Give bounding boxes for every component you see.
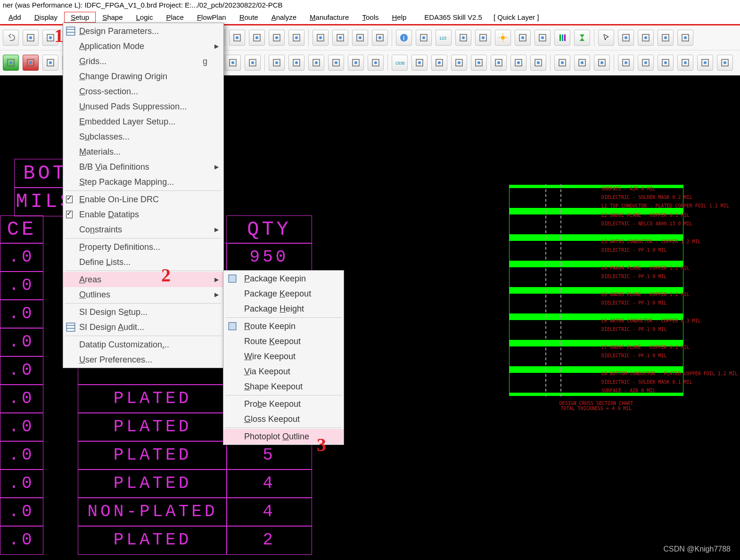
book-icon[interactable] — [658, 55, 674, 71]
module-icon[interactable] — [42, 55, 58, 71]
wave-icon[interactable] — [618, 55, 634, 71]
sun2-icon[interactable] — [515, 30, 531, 46]
menu-manufacture[interactable]: Manufacture — [303, 12, 355, 23]
menu-item-b-b-via-definitions[interactable]: B/B Via Definitions▶ — [63, 159, 223, 174]
menu-item-define-lists-[interactable]: Define Lists... — [63, 255, 223, 270]
toolbar-icon[interactable] — [618, 30, 634, 46]
menu-item-user-preferences-[interactable]: User Preferences... — [63, 352, 223, 367]
align-top-icon[interactable] — [269, 55, 285, 71]
submenu-item-gloss-keepout[interactable]: Gloss Keepout — [223, 412, 344, 427]
submenu-item-shape-keepout[interactable]: Shape Keepout — [223, 379, 344, 394]
menu-item-cross-section-[interactable]: Cross-section... — [63, 84, 223, 99]
menu-item-enable-datatips[interactable]: Enable Datatips — [63, 207, 223, 222]
artwork-icon[interactable] — [411, 55, 428, 71]
rat-icon[interactable] — [534, 30, 551, 46]
color-icon[interactable] — [269, 30, 285, 46]
menu-item-constraints[interactable]: Constraints▶ — [63, 222, 223, 237]
menu-item-step-package-mapping-[interactable]: Step Package Mapping... — [63, 174, 223, 189]
menu-item-application-mode[interactable]: Application Mode▶ — [63, 39, 223, 54]
toolbar-icon[interactable] — [658, 30, 674, 46]
submenu-item-probe-keepout[interactable]: Probe Keepout — [223, 396, 344, 412]
gerber-icon[interactable] — [451, 55, 467, 71]
compare-icon[interactable] — [530, 55, 546, 71]
drill-icon[interactable] — [431, 55, 447, 71]
options-icon[interactable] — [491, 55, 507, 71]
menu-item-subclasses-[interactable]: Subclasses... — [63, 129, 223, 144]
placed-icon[interactable] — [3, 55, 19, 71]
info-icon[interactable]: i — [396, 30, 412, 46]
wrench-icon[interactable] — [717, 55, 733, 71]
bars-icon[interactable] — [554, 30, 570, 46]
menu-route[interactable]: Route — [233, 12, 265, 23]
toolbar-icon[interactable] — [638, 30, 654, 46]
menu-extra-skill[interactable]: EDA365 Skill V2.5 — [424, 13, 482, 21]
sun3-icon[interactable] — [554, 55, 570, 71]
cline-icon[interactable] — [225, 55, 241, 71]
menu-help[interactable]: Help — [385, 12, 413, 23]
dfa-icon[interactable] — [352, 30, 368, 46]
menu-item-materials-[interactable]: Materials... — [63, 144, 223, 159]
layers-icon[interactable] — [249, 30, 265, 46]
menu-analyze[interactable]: Analyze — [265, 12, 303, 23]
align-bot-icon[interactable] — [308, 55, 324, 71]
menu-logic[interactable]: Logic — [130, 12, 160, 23]
submenu-item-via-keepout[interactable]: Via Keepout — [223, 364, 344, 379]
camera-icon[interactable] — [471, 55, 487, 71]
drc-icon[interactable] — [372, 30, 388, 46]
zoom-fit-icon[interactable] — [42, 30, 58, 46]
menu-item-property-definitions-[interactable]: Property Definitions... — [63, 239, 223, 255]
align-left-icon[interactable] — [328, 55, 344, 71]
redo-icon[interactable] — [23, 30, 39, 46]
ruler-icon[interactable] — [455, 30, 471, 46]
menu-item-design-parameters-[interactable]: Design Parameters... — [63, 24, 223, 39]
submenu-item-package-keepout[interactable]: Package Keepout — [223, 286, 344, 301]
menu-tools[interactable]: Tools — [355, 12, 385, 23]
cursor-icon[interactable] — [598, 30, 614, 46]
submenu-item-route-keepin[interactable]: Route Keepin — [223, 319, 344, 334]
toolbar-icon[interactable] — [677, 30, 693, 46]
measure-icon[interactable]: 123 — [436, 30, 452, 46]
report-icon[interactable] — [416, 30, 432, 46]
ring-icon[interactable] — [574, 55, 590, 71]
menu-item-datatip-customization-[interactable]: Datatip Customization... — [63, 337, 223, 352]
submenu-item-package-keepin[interactable]: Package Keepin — [223, 271, 344, 286]
submenu-item-package-height[interactable]: Package Height — [223, 301, 344, 316]
menu-item-areas[interactable]: Areas▶ — [63, 272, 223, 287]
submenu-item-photoplot-outline[interactable]: Photoplot Outline — [223, 429, 344, 444]
menu-display[interactable]: Display — [28, 12, 64, 23]
shadow-icon[interactable] — [288, 30, 304, 46]
align-mid-icon[interactable] — [288, 55, 304, 71]
menu-setup[interactable]: Setup — [64, 12, 96, 23]
menu-item-change-drawing-origin[interactable]: Change Drawing Origin — [63, 69, 223, 84]
sun-icon[interactable] — [495, 30, 511, 46]
menu-item-outlines[interactable]: Outlines▶ — [63, 287, 223, 302]
cross-icon[interactable] — [594, 55, 610, 71]
odb-icon[interactable]: ODB — [392, 55, 408, 71]
trash-icon[interactable] — [677, 55, 693, 71]
menu-place[interactable]: Place — [159, 12, 190, 23]
align-right-icon[interactable] — [368, 55, 384, 71]
menu-item-si-design-audit-[interactable]: SI Design Audit... — [63, 320, 223, 335]
grid-icon[interactable] — [229, 30, 245, 46]
eraser-icon[interactable] — [697, 55, 713, 71]
hourglass-icon[interactable] — [574, 30, 590, 46]
shape-icon[interactable] — [245, 55, 261, 71]
unplaced-icon[interactable] — [23, 55, 39, 71]
menu-item-enable-on-line-drc[interactable]: Enable On-Line DRC — [63, 192, 223, 207]
note-icon[interactable] — [638, 55, 654, 71]
submenu-item-wire-keepout[interactable]: Wire Keepout — [223, 349, 344, 364]
align-center-icon[interactable] — [348, 55, 364, 71]
undo-icon[interactable] — [3, 30, 19, 46]
route-icon[interactable] — [312, 30, 329, 46]
cm-icon[interactable] — [332, 30, 348, 46]
v1v2-icon[interactable] — [510, 55, 526, 71]
menu-item-si-design-setup-[interactable]: SI Design Setup... — [63, 305, 223, 320]
menu-add[interactable]: Add — [2, 12, 28, 23]
menu-flowplan[interactable]: FlowPlan — [190, 12, 233, 23]
submenu-item-route-keepout[interactable]: Route Keepout — [223, 334, 344, 349]
menu-item-unused-pads-suppression-[interactable]: Unused Pads Suppression... — [63, 99, 223, 114]
menu-item-embedded-layer-setup-[interactable]: Embedded Layer Setup... — [63, 114, 223, 129]
menu-shape[interactable]: Shape — [96, 12, 129, 23]
highlight-icon[interactable] — [475, 30, 491, 46]
menu-extra-quicklayer[interactable]: [ Quick Layer ] — [493, 13, 539, 21]
